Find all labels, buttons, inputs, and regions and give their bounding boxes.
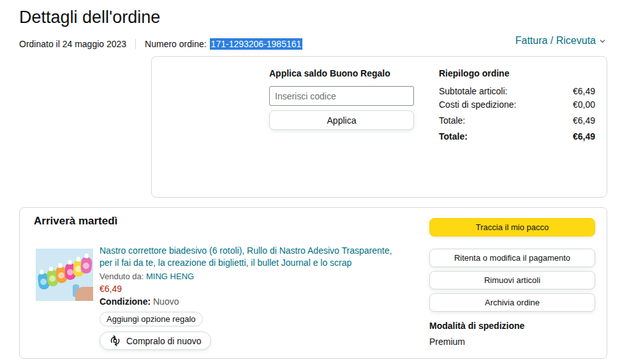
shipping-mode-label: Modalità di spedizione [429,321,595,331]
order-date: Ordinato il 24 maggio 2023 [19,39,126,49]
order-summary-heading: Riepilogo ordine [439,68,595,78]
archive-order-button[interactable]: Archivia ordine [429,293,595,312]
summary-value: €0,00 [573,98,595,112]
payment-summary-card: Applica saldo Buono Regalo Applica Riepi… [151,56,607,198]
arrival-heading: Arriverà martedì [34,215,117,228]
order-actions: Traccia il mio pacco Ritenta o modifica … [429,218,595,347]
order-details-page: Dettagli dell'ordine Ordinato il 24 magg… [0,0,636,364]
summary-label: Totale: [439,114,465,127]
shipment-card: Arriverà martedì Nastro correttore biade… [19,207,607,359]
buy-again-icon [109,335,121,347]
product-price: €6,49 [100,284,404,294]
page-title: Dettagli dell'ordine [19,8,160,27]
summary-value: €6,49 [573,114,595,127]
invoice-receipt-label: Fattura / Ricevuta [515,35,596,47]
summary-label: Totale: [439,130,468,143]
seller-link[interactable]: MING HENG [146,272,194,281]
condition-line: Condizione: Nuovo [100,296,404,307]
summary-value: €6,49 [573,130,595,143]
condition-label: Condizione: [100,296,151,307]
remove-items-button[interactable]: Rimuovi articoli [429,271,595,289]
apply-button[interactable]: Applica [269,110,414,130]
summary-value: €6,49 [573,85,595,98]
track-package-button[interactable]: Traccia il mio pacco [429,218,595,237]
buy-again-label: Compralo di nuovo [126,336,202,346]
sold-by-line: Venduto da: MING HENG [100,272,404,281]
chevron-down-icon [599,38,606,45]
sold-by-label: Venduto da: [100,272,144,281]
gift-card-heading: Applica saldo Buono Regalo [269,68,414,78]
meta-divider [135,39,136,49]
summary-label: Subtotale articoli: [439,85,507,98]
order-number-value: 171-1293206-1985161 [210,38,303,50]
summary-row-shipping: Costi di spedizione: €0,00 [439,98,595,112]
product-info: Nastro correttore biadesivo (6 rotoli), … [100,245,404,350]
order-meta: Ordinato il 24 maggio 2023 Numero ordine… [19,38,302,50]
gift-card-section: Applica saldo Buono Regalo Applica [269,68,414,130]
buy-again-button[interactable]: Compralo di nuovo [100,331,211,350]
summary-row-total: Totale: €6,49 [439,114,595,127]
add-gift-option-button[interactable]: Aggiungi opzione regalo [100,312,203,326]
summary-row-subtotal: Subtotale articoli: €6,49 [439,85,595,98]
summary-row-grand-total: Totale: €6,49 [439,130,595,143]
retry-payment-button[interactable]: Ritenta o modifica il pagamento [429,249,595,267]
summary-label: Costi di spedizione: [439,98,516,112]
order-number-label: Numero ordine: [145,39,207,49]
gift-code-input[interactable] [269,86,414,106]
order-summary-section: Riepilogo ordine Subtotale articoli: €6,… [439,68,595,143]
product-image[interactable] [36,249,93,301]
shipping-mode-value: Premium [429,337,595,347]
condition-value: Nuovo [153,296,179,307]
invoice-receipt-link[interactable]: Fattura / Ricevuta [515,35,606,47]
product-title-link[interactable]: Nastro correttore biadesivo (6 rotoli), … [100,245,404,269]
